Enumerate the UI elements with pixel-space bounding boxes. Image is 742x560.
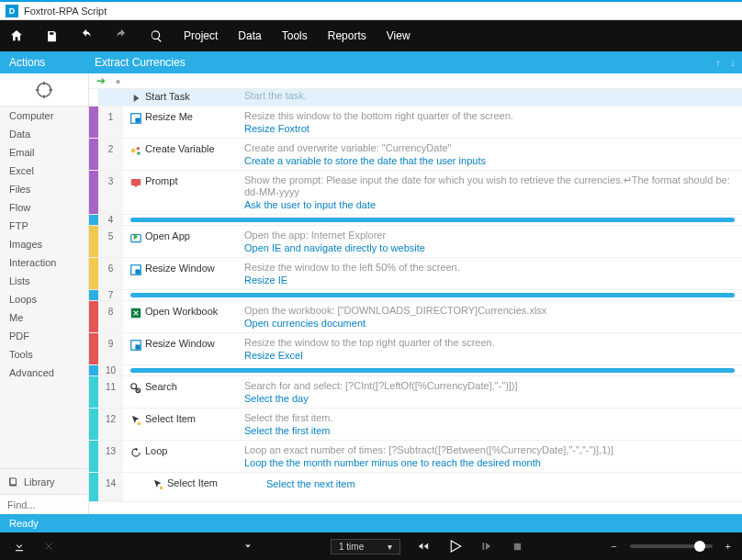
step-name: Prompt [145,174,244,210]
speed-plus[interactable]: + [725,541,731,552]
sidebar-item-computer[interactable]: Computer [0,106,88,125]
sidebar-item-pdf[interactable]: PDF [0,327,88,345]
script-step[interactable]: 13LoopLoop an exact number of times: [?S… [89,441,742,473]
step-name: Select Item [167,476,266,498]
step-comment-link[interactable]: Open currencies document [244,318,735,329]
home-icon[interactable] [9,28,24,43]
sidebar-item-data[interactable]: Data [0,125,88,143]
step-description: Create and overwrite variable: "Currency… [244,142,451,153]
speed-slider[interactable] [630,544,713,548]
script-step[interactable]: 8Open WorkbookOpen the workbook: ["DOWNL… [89,301,742,333]
sidebar-item-ftp[interactable]: FTP [0,217,88,235]
step-icon [127,110,145,134]
menu-data[interactable]: Data [238,29,261,42]
script-step[interactable]: 1Resize MeResize this window to the bott… [89,106,742,139]
sidebar-item-images[interactable]: Images [0,235,88,253]
run-pointer-icon[interactable]: ➔ [89,74,113,87]
sidebar-item-interaction[interactable]: Interaction [0,253,88,272]
status-bar: Ready [0,514,742,532]
step-name: Open Workbook [145,305,244,329]
step-comment-link[interactable]: Create a variable to store the date that… [244,155,735,166]
close-icon[interactable] [40,538,57,554]
chevron-down-icon[interactable] [240,538,256,554]
sidebar-item-loops[interactable]: Loops [0,290,88,308]
step-comment-link[interactable]: Select the next item [266,478,735,489]
menu-reports[interactable]: Reports [328,29,366,42]
toolbar: Project Data Tools Reports View [0,20,742,51]
step-description: Resize this window to the bottom right q… [244,110,513,121]
step-description: Loop an exact number of times: [?Subtrac… [244,444,613,455]
step-comment-link[interactable]: Ask the user to input the date [244,199,735,210]
step-icon [127,337,145,361]
step-comment-link[interactable]: Resize Foxtrot [244,123,735,134]
step-number: 11 [98,376,123,408]
redo-icon[interactable] [114,28,129,43]
sidebar-item-tools[interactable]: Tools [0,345,88,364]
step-number: 2 [98,139,123,170]
find-input[interactable] [0,495,88,514]
script-step[interactable]: 14Select ItemSelect the next item [89,473,742,502]
speed-minus[interactable]: − [611,541,616,552]
title-doc: RPA Script [59,6,107,17]
step-comment-link[interactable]: Resize Excel [244,350,735,361]
step-number: 9 [98,333,123,364]
repeat-dropdown[interactable]: 1 time ▾ [331,539,400,554]
script-step[interactable]: Start TaskStart the task. [89,89,742,106]
menu-tools[interactable]: Tools [282,29,308,42]
move-up-icon[interactable]: ↑ [713,57,727,68]
step-description: Open the workbook: ["DOWNLOADS_DIRECTORY… [244,305,546,316]
svg-point-8 [137,147,141,151]
step-comment-link[interactable]: Select the day [244,393,735,404]
menu-project[interactable]: Project [184,29,218,42]
step-name: Create Variable [145,142,244,166]
script-step[interactable]: 2Create VariableCreate and overwrite var… [89,139,742,171]
sidebar-item-files[interactable]: Files [0,180,88,198]
save-icon[interactable] [44,28,59,43]
sidebar-item-flow[interactable]: Flow [0,198,88,217]
play-icon[interactable] [446,538,463,554]
sidebar: ComputerDataEmailExcelFilesFlowFTPImages… [0,73,89,514]
step-comment-link[interactable]: Select the first item [244,425,735,436]
step-comment-link[interactable]: Open IE and navigate directly to website [244,242,735,253]
library-button[interactable]: Library [0,468,88,494]
script-step[interactable]: 11SearchSearch for and select: [?CInt([?… [89,376,742,409]
step-name: Search [145,380,244,404]
step-name: Resize Window [145,337,244,361]
script-step[interactable]: 6Resize WindowResize the window to the l… [89,258,742,290]
svg-rect-13 [135,269,140,274]
step-comment-link[interactable]: Loop the the month number minus one to r… [244,457,735,468]
step-description: Search for and select: [?CInt([?LeftOf([… [244,380,518,391]
script-step[interactable]: 3PromptShow the prompt: Please input the… [89,171,742,215]
sidebar-item-lists[interactable]: Lists [0,272,88,290]
step-name: Resize Me [145,110,244,134]
script-step[interactable]: 5Open AppOpen the app: Internet Explorer… [89,226,742,258]
step-name: Start Task [145,90,244,105]
menu-view[interactable]: View [387,29,410,42]
script-step[interactable]: 12Select ItemSelect the first item.Selec… [89,409,742,441]
sidebar-item-me[interactable]: Me [0,308,88,327]
svg-point-21 [160,487,163,490]
step-divider: 4 [89,215,742,226]
sidebar-item-excel[interactable]: Excel [0,162,88,180]
svg-point-20 [138,422,141,426]
step-icon [149,476,167,498]
svg-rect-22 [514,543,521,549]
script-step[interactable]: 9Resize WindowResize the window to the t… [89,333,742,365]
step-icon[interactable] [478,538,494,554]
stop-icon[interactable] [509,538,525,554]
step-divider: 7 [89,290,742,301]
step-icon [127,90,145,105]
sidebar-item-advanced[interactable]: Advanced [0,364,88,382]
sidebar-item-email[interactable]: Email [0,143,88,162]
step-comment-link[interactable]: Resize IE [244,274,735,286]
step-number [98,89,123,106]
step-icon [127,230,145,253]
step-name: Select Item [145,412,244,436]
search-icon[interactable] [149,28,163,43]
step-name: Resize Window [145,262,244,286]
undo-icon[interactable] [79,28,94,43]
download-icon[interactable] [11,538,28,554]
rewind-icon[interactable] [415,538,432,554]
move-down-icon[interactable]: ↓ [727,57,742,68]
target-picker[interactable] [0,73,88,106]
